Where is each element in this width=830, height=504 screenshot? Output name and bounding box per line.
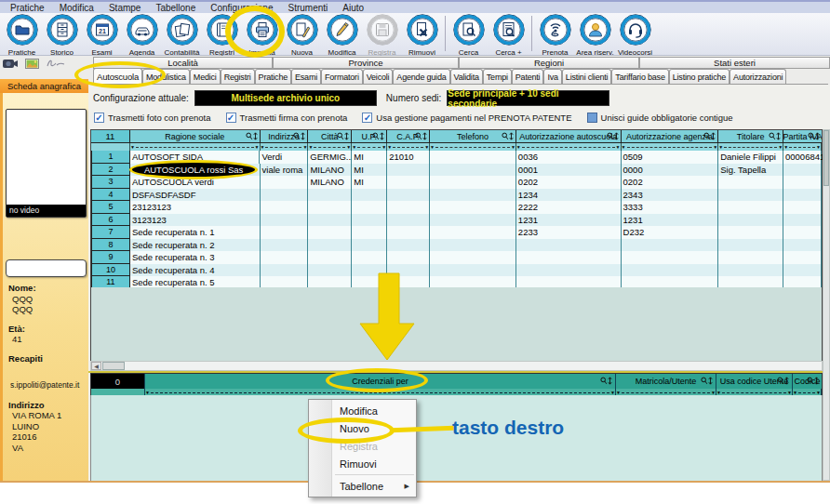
table-cell[interactable]: D232 — [622, 226, 719, 239]
table-cell[interactable]: 3333 — [622, 201, 719, 214]
table-cell[interactable] — [430, 214, 516, 227]
column-header-u-p[interactable]: U.P. — [352, 130, 387, 143]
menu-item-pratiche[interactable]: Pratiche — [4, 3, 51, 13]
archive-mode-button[interactable]: Multisede archivio unico — [194, 90, 377, 106]
scroll-left-icon[interactable]: ◀ — [91, 362, 101, 370]
table-row[interactable]: 10Sede recuperata n. 4 — [91, 264, 822, 277]
bottom-column-header-codice[interactable]: Codice — [793, 374, 822, 389]
search-sort-icon[interactable] — [415, 132, 428, 140]
tab-pratiche[interactable]: Pratiche — [255, 69, 291, 85]
pratiche-button[interactable]: Pratiche — [2, 14, 42, 57]
tab-patenti[interactable]: Patenti — [512, 69, 544, 85]
filter-cell[interactable]: ▼▼ — [783, 143, 822, 151]
menu-item-strumenti[interactable]: Strumenti — [281, 3, 334, 13]
search-sort-icon[interactable] — [701, 377, 714, 385]
table-cell[interactable] — [718, 226, 783, 239]
tab-esami[interactable]: Esami — [291, 69, 321, 85]
webcam-icon[interactable] — [3, 58, 19, 70]
tab-autoscuola[interactable]: Autoscuola — [93, 68, 142, 85]
table-cell[interactable]: 1231 — [516, 214, 622, 227]
table-row[interactable]: 3AUTOSCUOLA verdiMILANOMI02020202 — [91, 176, 822, 189]
table-cell[interactable]: Sede recuperata n. 4 — [130, 264, 261, 277]
tab-tempi[interactable]: Tempi — [483, 69, 512, 85]
search-sort-icon[interactable] — [293, 132, 306, 140]
menu-item-stampe[interactable]: Stampe — [102, 3, 147, 13]
checkbox-usa-gestione-pagamenti-nel-prenota-patente[interactable]: ✓Usa gestione pagamenti nel PRENOTA PATE… — [362, 113, 571, 123]
esami-button[interactable]: 21Esami — [82, 14, 122, 57]
table-cell[interactable]: Sede recuperata n. 1 — [130, 226, 261, 239]
table-cell[interactable]: 0202 — [516, 176, 622, 189]
table-cell[interactable] — [783, 239, 822, 252]
table-cell[interactable]: 0509 — [622, 151, 719, 164]
table-cell[interactable] — [352, 239, 387, 252]
table-cell[interactable]: 0036 — [516, 151, 622, 164]
table-cell[interactable]: Sede recuperata n. 3 — [130, 251, 261, 264]
context-menu-item-tabellone[interactable]: Tabellone▶ — [309, 477, 416, 495]
column-header-autorizzazione-agenzia[interactable]: Autorizzazione agenzia — [622, 130, 719, 143]
cerca-button[interactable]: Cerca — [448, 14, 489, 57]
table-cell[interactable]: DSFASDFASDF — [130, 189, 261, 202]
table-cell[interactable]: MILANO — [308, 176, 352, 189]
table-cell[interactable] — [387, 226, 430, 239]
table-row[interactable]: 7Sede recuperata n. 12233D232 — [91, 226, 822, 239]
table-row[interactable]: 9Sede recuperata n. 3 — [91, 251, 822, 264]
filter-cell[interactable]: ▼▼ — [622, 143, 719, 151]
tab-tariffario-base[interactable]: Tariffario base — [611, 69, 668, 85]
table-cell[interactable]: AUTOSCUOLA rossi Sas — [130, 164, 261, 177]
context-menu-item-rimuovi[interactable]: Rimuovi — [309, 455, 416, 472]
table-row[interactable]: 8Sede recuperata n. 2 — [91, 239, 822, 252]
table-cell[interactable] — [430, 164, 516, 177]
filter-cell[interactable]: ▼▼ — [430, 143, 516, 151]
menu-item-aiuto[interactable]: Aiuto — [336, 3, 370, 13]
table-cell[interactable] — [352, 189, 387, 202]
table-cell[interactable] — [387, 214, 430, 227]
table-cell[interactable] — [718, 176, 783, 189]
table-cell[interactable]: MI — [352, 176, 387, 189]
search-sort-icon[interactable] — [600, 377, 613, 385]
checkbox-icon[interactable]: ✓ — [362, 113, 372, 123]
table-cell[interactable] — [308, 201, 352, 214]
table-cell[interactable] — [261, 201, 309, 214]
vscrollbar-thumb[interactable] — [823, 130, 829, 186]
row-number[interactable]: 7 — [91, 226, 130, 239]
bottom-column-header-usa-codice-utente[interactable]: Usa codice Utente — [716, 374, 793, 389]
table-cell[interactable] — [783, 176, 822, 189]
tab-formatori[interactable]: Formatori — [321, 69, 363, 85]
table-cell[interactable] — [261, 189, 309, 202]
tab-agende-guida[interactable]: Agende guida — [393, 69, 449, 85]
table-cell[interactable] — [718, 214, 783, 227]
table-cell[interactable]: 2233 — [516, 226, 622, 239]
table-cell[interactable] — [352, 201, 387, 214]
table-cell[interactable] — [430, 226, 516, 239]
column-header-telefono[interactable]: Telefono — [430, 130, 516, 143]
table-cell[interactable]: 000068418 — [783, 151, 822, 164]
photo-icon[interactable] — [25, 59, 39, 69]
menu-item-configurazione[interactable]: Configurazione — [204, 3, 279, 13]
contabilit-button[interactable]: Contabilità — [162, 14, 202, 57]
column-header-partita-iva[interactable]: Partita IVA — [783, 130, 822, 143]
row-number[interactable]: 4 — [91, 189, 130, 202]
filter-cell[interactable]: ▼▼ — [261, 143, 309, 151]
checkbox-trasmetti-firma-con-prenota[interactable]: ✓Trasmetti firma con prenota — [226, 113, 348, 123]
prenota-button[interactable]: Prenota — [535, 14, 575, 57]
row-number[interactable]: 10 — [91, 264, 130, 277]
table-cell[interactable]: Sede recuperata n. 2 — [130, 239, 261, 252]
checkbox-icon[interactable] — [587, 113, 597, 123]
filter-cell[interactable]: ▼▼ — [130, 143, 261, 151]
table-cell[interactable] — [261, 251, 309, 264]
table-cell[interactable]: 0000 — [622, 164, 719, 177]
table-cell[interactable] — [261, 239, 309, 252]
table-cell[interactable] — [783, 214, 822, 227]
table-cell[interactable] — [387, 264, 430, 277]
table-cell[interactable] — [387, 239, 430, 252]
table-cell[interactable] — [261, 226, 309, 239]
tab-listini-clienti[interactable]: Listini clienti — [562, 69, 612, 85]
column-header-citt[interactable]: Città — [308, 130, 352, 143]
table-cell[interactable] — [430, 151, 516, 164]
search-sort-icon[interactable] — [246, 132, 259, 140]
search-sort-icon[interactable] — [703, 132, 716, 140]
column-header-autorizzazione-autoscuola[interactable]: Autorizzazione autoscuola — [516, 130, 622, 143]
table-cell[interactable] — [387, 201, 430, 214]
table-row[interactable]: 52312312322223333 — [91, 201, 822, 214]
table-cell[interactable] — [516, 264, 622, 277]
